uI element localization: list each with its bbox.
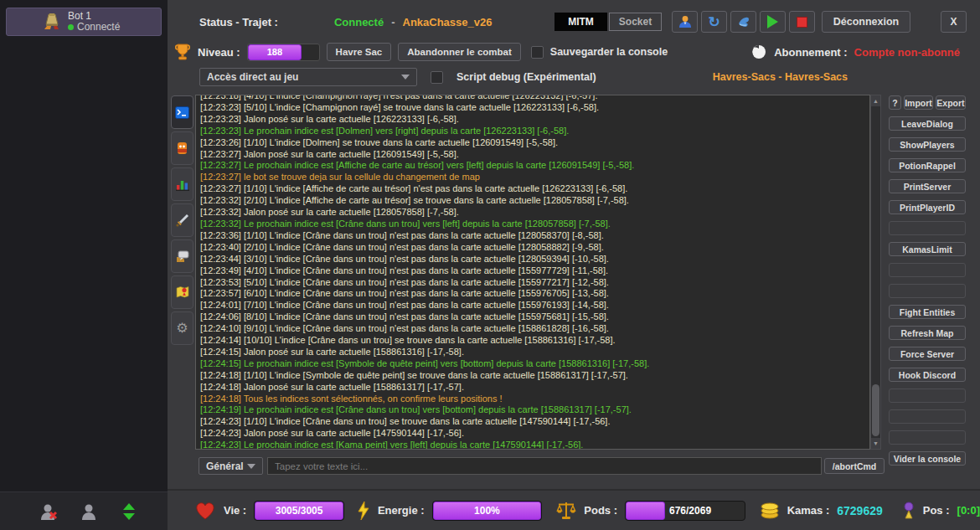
chat-message-input[interactable]	[267, 457, 822, 475]
console-log: [12:23:18] [4/10] L'indice [Champignon r…	[200, 95, 865, 450]
console-line: [12:23:53] [5/10] L'indice [Crâne dans u…	[200, 277, 865, 289]
reconnect-button[interactable]: ↻	[701, 11, 727, 33]
tab-settings[interactable]: ⚙	[171, 311, 193, 345]
side-button-fight-entities[interactable]: Fight Entities	[889, 305, 966, 319]
kamas-coins-icon	[760, 502, 780, 519]
scrollbar-thumb[interactable]	[872, 384, 879, 436]
side-panel: ? Import Export LeaveDialogShowPlayersPo…	[889, 95, 966, 472]
stop-script-button[interactable]	[789, 11, 815, 33]
side-button-printserver[interactable]: PrintServer	[889, 179, 966, 193]
console-scrollbar[interactable]: ▲ ▼	[870, 95, 881, 450]
side-button-force-server[interactable]: Force Server	[889, 347, 966, 361]
vie-label: Vie :	[224, 504, 246, 517]
side-button-potionrappel[interactable]: PotionRappel	[889, 158, 966, 172]
refresh-icon: ↻	[708, 15, 720, 29]
side-button-empty[interactable]	[889, 284, 966, 298]
abandon-fight-button[interactable]: Abandonner le combat	[398, 43, 521, 61]
level-value: 188	[267, 47, 282, 57]
console-line: [12:24:19] Le prochain indice est [Crâne…	[200, 404, 865, 416]
account-button[interactable]	[672, 11, 698, 33]
scroll-down-icon[interactable]: ▼	[871, 438, 880, 449]
side-button-leavedialog[interactable]: LeaveDialog	[889, 116, 966, 131]
console-line: [12:24:23] [1/10] L'indice [Crâne dans u…	[200, 416, 865, 428]
console-line: [12:24:06] [8/10] L'indice [Crâne dans u…	[200, 311, 865, 323]
havre-sac-button[interactable]: Havre Sac	[327, 43, 392, 61]
stop-icon	[797, 17, 807, 28]
subscription-group: Abonnement : Compte non-abonné	[750, 44, 960, 60]
side-button-empty[interactable]	[889, 263, 966, 277]
scroll-up-icon[interactable]: ▲	[871, 95, 880, 106]
tab-chat[interactable]	[171, 239, 193, 273]
tab-fight[interactable]	[171, 203, 193, 237]
script-debug-checkbox[interactable]	[431, 71, 443, 84]
tab-stats[interactable]	[171, 167, 193, 201]
bot-app-window: Bot 1 Connecté	[0, 0, 980, 530]
remove-bot-button[interactable]	[39, 502, 59, 522]
side-button-kamaslimit[interactable]: KamasLimit	[889, 242, 966, 256]
energie-label: Energie :	[378, 504, 425, 517]
console-panel[interactable]: [12:23:18] [4/10] L'indice [Champignon r…	[195, 95, 870, 450]
side-button-printplayerid[interactable]: PrintPlayerID	[889, 200, 966, 214]
disconnect-button[interactable]: Déconnexion	[822, 11, 910, 33]
subscription-label: Abonnement :	[774, 46, 847, 59]
game-access-value: Accès direct au jeu	[207, 71, 298, 83]
import-button[interactable]: Import	[904, 95, 933, 110]
side-button-hook-discord[interactable]: Hook Discord	[889, 368, 966, 382]
subscription-value: Compte non-abonné	[854, 46, 960, 59]
console-line: [12:24:23] Le prochain indice est [Kama …	[200, 440, 865, 450]
console-line: [12:24:18] Jalon posé sur la carte actue…	[200, 382, 865, 394]
script-debug-label: Script debug (Expérimental)	[456, 71, 596, 83]
havres-sacs-path: Havres-Sacs - Havres-Sacs	[713, 71, 848, 83]
chat-channel-value: Général	[206, 461, 244, 472]
position-pin-icon	[902, 502, 916, 520]
side-panel-top-row: ? Import Export	[889, 95, 966, 110]
console-line: [12:23:32] Le prochain indice est [Crâne…	[200, 219, 865, 230]
side-button-empty[interactable]	[889, 409, 966, 424]
export-button[interactable]: Export	[936, 95, 966, 110]
pos-value: [0:0]	[957, 504, 980, 517]
console-line: [12:23:49] [4/10] L'indice [Crâne dans u…	[200, 265, 865, 277]
character-icon	[176, 142, 188, 155]
options-row: Accès direct au jeu Script debug (Expéri…	[168, 68, 980, 86]
game-access-dropdown[interactable]: Accès direct au jeu	[199, 68, 417, 86]
character-status-bar: Vie : 3005/3005 Energie : 100% Pods : 67…	[168, 489, 980, 530]
tab-console[interactable]	[171, 95, 193, 129]
play-icon	[767, 15, 778, 28]
pos-label: Pos :	[923, 504, 950, 517]
trophy-icon	[174, 43, 191, 61]
subscription-icon	[750, 44, 767, 60]
health-heart-icon	[194, 501, 216, 521]
side-button-vider-la-console[interactable]: Vider la console	[889, 451, 966, 466]
console-line: [12:23:57] [6/10] L'indice [Crâne dans u…	[200, 288, 865, 300]
side-panel-slots: LeaveDialogShowPlayersPotionRappelPrintS…	[889, 116, 966, 466]
side-button-refresh-map[interactable]: Refresh Map	[889, 326, 966, 340]
start-script-button[interactable]	[760, 11, 786, 33]
console-line: [12:23:44] [3/10] L'indice [Crâne dans u…	[200, 254, 865, 265]
side-button-empty[interactable]	[889, 430, 966, 445]
mitm-tab[interactable]: MITM	[554, 13, 607, 31]
character-action-button[interactable]	[730, 11, 756, 33]
avatar-icon	[678, 14, 693, 29]
reorder-bots-button[interactable]	[119, 502, 139, 522]
chat-channel-dropdown[interactable]: Général	[199, 457, 263, 475]
save-console-label: Sauvegarder la console	[550, 46, 668, 58]
connection-status: Connecté	[334, 16, 384, 28]
close-window-button[interactable]: X	[941, 11, 967, 33]
help-button[interactable]: ?	[889, 95, 901, 110]
side-button-empty[interactable]	[889, 388, 966, 403]
side-button-showplayers[interactable]: ShowPlayers	[889, 137, 966, 152]
top-status-row: Status - Trajet : Connecté - AnkaChasse_…	[168, 10, 980, 33]
abort-command-button[interactable]: /abortCmd	[824, 458, 885, 474]
bot-list-sidebar: Bot 1 Connecté	[0, 0, 168, 530]
save-console-checkbox[interactable]	[531, 46, 544, 59]
energie-bar: 100%	[432, 501, 543, 521]
sidebar-footer	[0, 491, 168, 530]
tab-character[interactable]	[171, 131, 193, 165]
vie-bar: 3005/3005	[254, 501, 344, 521]
chevron-down-icon	[247, 464, 255, 469]
socket-tab[interactable]: Socket	[609, 13, 662, 31]
side-button-empty[interactable]	[889, 221, 966, 235]
tab-map[interactable]	[171, 275, 193, 309]
add-bot-button[interactable]	[79, 502, 99, 522]
bot-list-item[interactable]: Bot 1 Connecté	[6, 8, 162, 36]
